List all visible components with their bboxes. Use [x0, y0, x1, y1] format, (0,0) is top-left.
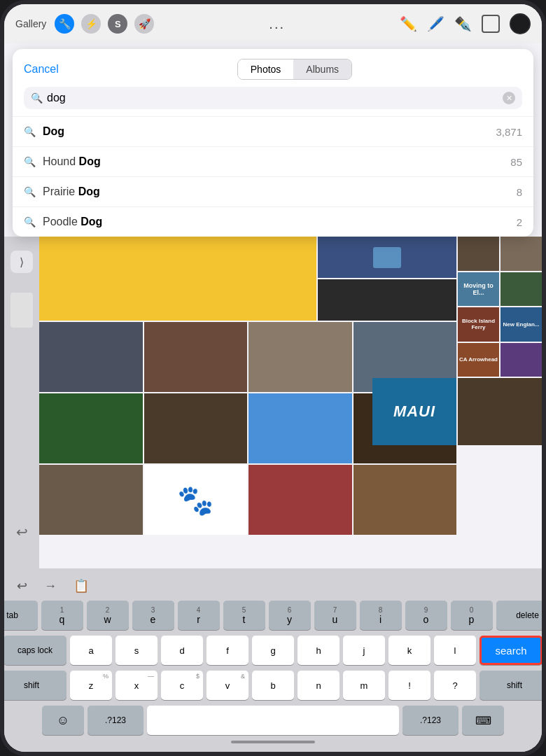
- mini-album-2[interactable]: [500, 237, 542, 271]
- search-button[interactable]: search: [479, 636, 542, 665]
- key-numbers-right[interactable]: .?123: [402, 706, 458, 735]
- key-numbers-left[interactable]: .?123: [88, 706, 144, 735]
- key-d[interactable]: d: [161, 636, 203, 665]
- key-shift-left[interactable]: shift: [0, 671, 66, 700]
- key-x[interactable]: —x: [115, 671, 158, 700]
- photo-yellow-flower[interactable]: [39, 237, 316, 321]
- mini-album-1[interactable]: [458, 237, 499, 271]
- key-h[interactable]: h: [298, 636, 340, 665]
- tool-icon-wrench[interactable]: 🔧: [55, 14, 74, 34]
- suggestion-text-2: Hound Dog: [43, 155, 503, 168]
- search-clear-button[interactable]: ✕: [503, 92, 515, 104]
- photo-3-2[interactable]: [144, 393, 248, 463]
- photo-paw-print[interactable]: 🐾: [144, 465, 248, 535]
- key-r[interactable]: 4r: [178, 601, 220, 630]
- main-content: Cancel Photos Albums 🔍 ✕ 🔍 Dog 3,871: [4, 43, 542, 752]
- mini-album-5[interactable]: Block Island Ferry: [458, 307, 499, 342]
- tab-albums[interactable]: Albums: [293, 59, 351, 79]
- key-space[interactable]: [147, 706, 399, 735]
- undo-button[interactable]: ↩: [13, 577, 31, 595]
- photo-4-3[interactable]: [248, 465, 352, 535]
- pen-tool-icon[interactable]: ✏️: [400, 15, 417, 32]
- key-q[interactable]: 1q: [41, 601, 83, 630]
- key-exclaim[interactable]: !: [388, 671, 430, 700]
- key-s[interactable]: s: [115, 636, 158, 665]
- suggestion-search-icon-3: 🔍: [24, 186, 36, 197]
- key-a[interactable]: a: [70, 636, 112, 665]
- key-delete[interactable]: delete: [496, 601, 547, 630]
- key-p[interactable]: 0p: [451, 601, 493, 630]
- key-y[interactable]: 6y: [269, 601, 311, 630]
- photo-2-2[interactable]: [144, 322, 248, 392]
- key-k[interactable]: k: [388, 636, 430, 665]
- key-tab[interactable]: tab: [0, 601, 38, 630]
- key-i[interactable]: 8i: [360, 601, 402, 630]
- key-b[interactable]: b: [252, 671, 294, 700]
- sidebar-strip: ⟩ ↩: [4, 237, 39, 568]
- key-keyboard-icon[interactable]: ⌨: [462, 706, 504, 735]
- keyboard-row-bottom: ☺ .?123 .?123 ⌨: [7, 706, 539, 735]
- key-g[interactable]: g: [252, 636, 294, 665]
- ipad-frame: Gallery 🔧 ⚡ S 🚀 ... ✏️ 🖊️ ✒️ Cancel: [0, 0, 546, 756]
- mini-album-8[interactable]: [500, 343, 542, 377]
- home-bar: [231, 741, 315, 743]
- keyboard-toolbar: ↩ → 📋: [7, 574, 539, 601]
- cancel-button[interactable]: Cancel: [24, 63, 59, 76]
- suggestion-hound-dog[interactable]: 🔍 Hound Dog 85: [13, 146, 533, 176]
- mini-album-3[interactable]: Moving to El...: [458, 272, 499, 307]
- marker-tool-icon[interactable]: 🖊️: [427, 15, 444, 32]
- tool-icon-s[interactable]: S: [108, 14, 127, 34]
- redo-button[interactable]: →: [40, 578, 61, 595]
- key-caps-lock[interactable]: caps lock: [4, 636, 66, 665]
- photo-dog-dark[interactable]: [318, 279, 456, 321]
- tool-icon-lightning[interactable]: ⚡: [81, 14, 101, 34]
- brush-tool-icon[interactable]: ✒️: [454, 15, 472, 32]
- suggestion-count-4: 2: [517, 216, 522, 228]
- sidebar-scrollbar[interactable]: [10, 293, 33, 328]
- suggestion-text-1: Dog: [43, 125, 489, 138]
- tool-icon-rocket[interactable]: 🚀: [134, 14, 154, 34]
- key-question[interactable]: ?: [434, 671, 476, 700]
- photo-2-1[interactable]: [39, 322, 143, 392]
- key-n[interactable]: n: [298, 671, 340, 700]
- suggestion-poodle-dog[interactable]: 🔍 Poodle Dog 2: [13, 206, 533, 237]
- key-f[interactable]: f: [206, 636, 248, 665]
- search-input[interactable]: [47, 92, 498, 104]
- key-shift-right[interactable]: shift: [479, 671, 546, 700]
- key-c[interactable]: $c: [161, 671, 203, 700]
- suggestion-search-icon-2: 🔍: [24, 156, 36, 167]
- key-o[interactable]: 9o: [405, 601, 447, 630]
- dog-photo-maui-row[interactable]: [458, 378, 542, 445]
- photos-area: ⟩ ↩ Moving to El... Block Island Ferry N…: [4, 237, 542, 568]
- key-t[interactable]: 5t: [223, 601, 265, 630]
- key-v[interactable]: &v: [206, 671, 248, 700]
- photo-dog-blue[interactable]: [318, 237, 456, 278]
- camera-icon[interactable]: [510, 13, 531, 34]
- suggestion-prairie-dog[interactable]: 🔍 Prairie Dog 8: [13, 176, 533, 206]
- key-z[interactable]: %z: [70, 671, 112, 700]
- mini-album-6[interactable]: New Englan...: [500, 307, 542, 342]
- sidebar-toggle-button[interactable]: ⟩: [10, 251, 33, 273]
- photo-2-3[interactable]: [248, 322, 352, 392]
- key-u[interactable]: 7u: [314, 601, 356, 630]
- photo-3-1[interactable]: [39, 393, 143, 463]
- layers-icon[interactable]: [482, 15, 500, 33]
- key-m[interactable]: m: [343, 671, 385, 700]
- mini-album-4[interactable]: [500, 272, 542, 307]
- tab-group-container: Photos Albums: [67, 59, 522, 80]
- sidebar-undo-button[interactable]: ↩: [16, 524, 28, 540]
- key-l[interactable]: l: [434, 636, 476, 665]
- photo-4-4[interactable]: [354, 465, 457, 535]
- photo-4-1[interactable]: [39, 465, 143, 535]
- photo-3-blue[interactable]: [248, 393, 352, 463]
- tab-photos[interactable]: Photos: [238, 59, 294, 79]
- paste-button[interactable]: 📋: [69, 577, 93, 595]
- key-w[interactable]: 2w: [87, 601, 129, 630]
- key-emoji[interactable]: ☺: [42, 706, 84, 735]
- maui-photo[interactable]: MAUI: [372, 378, 456, 445]
- key-e[interactable]: 3e: [132, 601, 174, 630]
- suggestion-dog[interactable]: 🔍 Dog 3,871: [13, 116, 533, 146]
- more-options-dots[interactable]: ...: [269, 16, 285, 32]
- key-j[interactable]: j: [343, 636, 385, 665]
- mini-album-7[interactable]: CA Arrowhead: [458, 343, 499, 377]
